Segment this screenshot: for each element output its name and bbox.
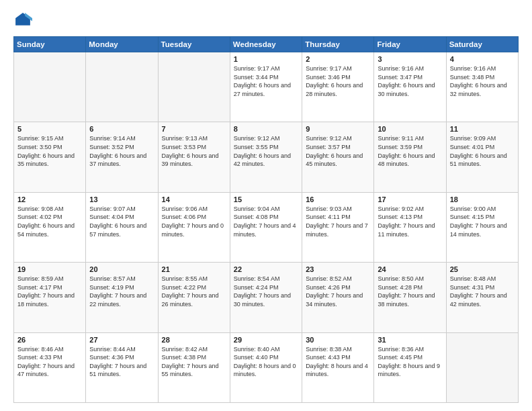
day-info: Sunrise: 8:36 AMSunset: 4:45 PMDaylight:… [378, 345, 442, 379]
weekday-header: Monday [86, 37, 158, 52]
day-info: Sunrise: 9:07 AMSunset: 4:04 PMDaylight:… [89, 205, 154, 238]
calendar-day-cell: 1Sunrise: 9:17 AMSunset: 3:44 PMDaylight… [230, 52, 302, 122]
day-number: 18 [450, 195, 515, 203]
day-info: Sunrise: 9:12 AMSunset: 3:55 PMDaylight:… [234, 134, 298, 168]
calendar-day-cell: 9Sunrise: 9:12 AMSunset: 3:57 PMDaylight… [302, 122, 374, 192]
day-info: Sunrise: 8:48 AMSunset: 4:31 PMDaylight:… [450, 275, 515, 308]
day-number: 11 [450, 125, 515, 133]
calendar-day-cell: 11Sunrise: 9:09 AMSunset: 4:01 PMDayligh… [446, 122, 518, 192]
calendar-day-cell: 19Sunrise: 8:59 AMSunset: 4:17 PMDayligh… [14, 263, 86, 332]
weekday-header: Wednesday [230, 37, 302, 52]
day-number: 29 [234, 336, 298, 344]
calendar-day-cell: 21Sunrise: 8:55 AMSunset: 4:22 PMDayligh… [158, 263, 230, 332]
calendar-day-cell: 27Sunrise: 8:44 AMSunset: 4:36 PMDayligh… [86, 332, 158, 402]
day-number: 9 [306, 125, 370, 133]
calendar-week-row: 1Sunrise: 9:17 AMSunset: 3:44 PMDaylight… [14, 52, 519, 122]
day-number: 24 [378, 265, 442, 273]
calendar-day-cell: 26Sunrise: 8:46 AMSunset: 4:33 PMDayligh… [14, 332, 86, 402]
calendar-day-cell: 31Sunrise: 8:36 AMSunset: 4:45 PMDayligh… [374, 332, 446, 402]
weekday-header: Saturday [446, 37, 518, 52]
day-info: Sunrise: 9:17 AMSunset: 3:44 PMDaylight:… [234, 64, 298, 98]
day-number: 1 [234, 55, 298, 63]
calendar-week-row: 26Sunrise: 8:46 AMSunset: 4:33 PMDayligh… [14, 332, 519, 402]
calendar-day-cell: 10Sunrise: 9:11 AMSunset: 3:59 PMDayligh… [374, 122, 446, 192]
calendar-day-cell: 3Sunrise: 9:16 AMSunset: 3:47 PMDaylight… [374, 52, 446, 122]
svg-marker-0 [15, 13, 30, 26]
calendar-day-cell: 12Sunrise: 9:08 AMSunset: 4:02 PMDayligh… [14, 192, 86, 262]
calendar-day-cell: 13Sunrise: 9:07 AMSunset: 4:04 PMDayligh… [86, 192, 158, 262]
day-info: Sunrise: 8:42 AMSunset: 4:38 PMDaylight:… [162, 345, 226, 379]
day-info: Sunrise: 8:57 AMSunset: 4:19 PMDaylight:… [89, 275, 154, 308]
day-info: Sunrise: 8:40 AMSunset: 4:40 PMDaylight:… [234, 345, 298, 379]
day-info: Sunrise: 9:12 AMSunset: 3:57 PMDaylight:… [306, 134, 370, 168]
day-info: Sunrise: 8:59 AMSunset: 4:17 PMDaylight:… [17, 275, 82, 308]
day-number: 8 [234, 125, 298, 133]
day-info: Sunrise: 9:04 AMSunset: 4:08 PMDaylight:… [234, 205, 298, 238]
calendar-day-cell [446, 332, 518, 402]
day-number: 5 [17, 125, 82, 133]
day-number: 4 [450, 55, 515, 63]
day-number: 15 [234, 195, 298, 203]
day-number: 21 [162, 265, 226, 273]
day-number: 25 [450, 265, 515, 273]
day-info: Sunrise: 8:54 AMSunset: 4:24 PMDaylight:… [234, 275, 298, 308]
day-number: 31 [378, 336, 442, 344]
page: SundayMondayTuesdayWednesdayThursdayFrid… [0, 0, 532, 411]
calendar-day-cell: 18Sunrise: 9:00 AMSunset: 4:15 PMDayligh… [446, 192, 518, 262]
calendar-day-cell: 8Sunrise: 9:12 AMSunset: 3:55 PMDaylight… [230, 122, 302, 192]
day-number: 3 [378, 55, 442, 63]
day-number: 26 [17, 336, 82, 344]
day-info: Sunrise: 9:06 AMSunset: 4:06 PMDaylight:… [162, 205, 226, 238]
calendar-day-cell: 5Sunrise: 9:15 AMSunset: 3:50 PMDaylight… [14, 122, 86, 192]
calendar-table: SundayMondayTuesdayWednesdayThursdayFrid… [13, 36, 519, 403]
day-number: 14 [162, 195, 226, 203]
day-info: Sunrise: 9:00 AMSunset: 4:15 PMDaylight:… [450, 205, 515, 238]
calendar-day-cell: 20Sunrise: 8:57 AMSunset: 4:19 PMDayligh… [86, 263, 158, 332]
day-number: 19 [17, 265, 82, 273]
day-number: 27 [89, 336, 154, 344]
logo [13, 11, 35, 30]
calendar-day-cell: 14Sunrise: 9:06 AMSunset: 4:06 PMDayligh… [158, 192, 230, 262]
day-number: 13 [89, 195, 154, 203]
header [13, 11, 519, 30]
day-info: Sunrise: 8:38 AMSunset: 4:43 PMDaylight:… [306, 345, 370, 379]
day-number: 17 [378, 195, 442, 203]
day-info: Sunrise: 9:13 AMSunset: 3:53 PMDaylight:… [162, 134, 226, 168]
weekday-header: Tuesday [158, 37, 230, 52]
day-number: 7 [162, 125, 226, 133]
calendar-day-cell: 30Sunrise: 8:38 AMSunset: 4:43 PMDayligh… [302, 332, 374, 402]
calendar-week-row: 12Sunrise: 9:08 AMSunset: 4:02 PMDayligh… [14, 192, 519, 262]
calendar-day-cell [158, 52, 230, 122]
weekday-header: Sunday [14, 37, 86, 52]
day-number: 10 [378, 125, 442, 133]
calendar-day-cell: 7Sunrise: 9:13 AMSunset: 3:53 PMDaylight… [158, 122, 230, 192]
calendar-week-row: 19Sunrise: 8:59 AMSunset: 4:17 PMDayligh… [14, 263, 519, 332]
day-info: Sunrise: 9:14 AMSunset: 3:52 PMDaylight:… [89, 134, 154, 168]
day-info: Sunrise: 9:16 AMSunset: 3:48 PMDaylight:… [450, 64, 515, 98]
calendar-day-cell [14, 52, 86, 122]
day-number: 6 [89, 125, 154, 133]
day-number: 16 [306, 195, 370, 203]
calendar-day-cell: 28Sunrise: 8:42 AMSunset: 4:38 PMDayligh… [158, 332, 230, 402]
calendar-week-row: 5Sunrise: 9:15 AMSunset: 3:50 PMDaylight… [14, 122, 519, 192]
day-number: 30 [306, 336, 370, 344]
calendar-day-cell: 23Sunrise: 8:52 AMSunset: 4:26 PMDayligh… [302, 263, 374, 332]
day-info: Sunrise: 9:03 AMSunset: 4:11 PMDaylight:… [306, 205, 370, 238]
day-info: Sunrise: 8:52 AMSunset: 4:26 PMDaylight:… [306, 275, 370, 308]
calendar-day-cell: 6Sunrise: 9:14 AMSunset: 3:52 PMDaylight… [86, 122, 158, 192]
day-number: 23 [306, 265, 370, 273]
day-number: 20 [89, 265, 154, 273]
day-info: Sunrise: 8:44 AMSunset: 4:36 PMDaylight:… [89, 345, 154, 379]
day-number: 22 [234, 265, 298, 273]
weekday-header: Friday [374, 37, 446, 52]
weekday-header: Thursday [302, 37, 374, 52]
calendar-day-cell: 4Sunrise: 9:16 AMSunset: 3:48 PMDaylight… [446, 52, 518, 122]
day-info: Sunrise: 9:02 AMSunset: 4:13 PMDaylight:… [378, 205, 442, 238]
day-number: 28 [162, 336, 226, 344]
day-info: Sunrise: 9:08 AMSunset: 4:02 PMDaylight:… [17, 205, 82, 238]
calendar-day-cell: 24Sunrise: 8:50 AMSunset: 4:28 PMDayligh… [374, 263, 446, 332]
day-number: 12 [17, 195, 82, 203]
calendar-day-cell: 15Sunrise: 9:04 AMSunset: 4:08 PMDayligh… [230, 192, 302, 262]
calendar-day-cell: 25Sunrise: 8:48 AMSunset: 4:31 PMDayligh… [446, 263, 518, 332]
day-info: Sunrise: 9:16 AMSunset: 3:47 PMDaylight:… [378, 64, 442, 98]
